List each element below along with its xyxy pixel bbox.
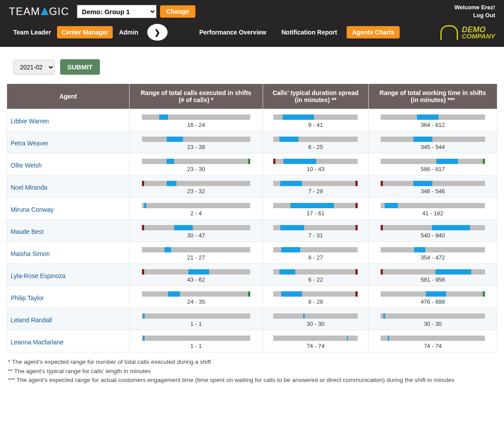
agent-duration-range: 7 - 31	[263, 220, 368, 242]
brand-text-left: TEAM	[9, 5, 40, 18]
range-bar	[381, 291, 485, 297]
footnotes: * The agent's expected range for number …	[0, 352, 504, 398]
change-button[interactable]: Change	[160, 5, 195, 18]
agent-worktime-range: 74 - 74	[368, 330, 497, 352]
range-bar	[142, 137, 250, 142]
range-bar	[381, 247, 485, 252]
agent-worktime-range: 30 - 30	[368, 308, 497, 330]
table-row: Maude Best30 - 477 - 31540 - 940	[7, 220, 497, 242]
range-label: 7 - 29	[267, 188, 365, 195]
range-bar	[142, 203, 250, 208]
range-bar	[142, 181, 250, 186]
th-calls: Range of total calls executed in shifts(…	[130, 84, 263, 109]
range-bar	[273, 247, 358, 252]
agent-calls-range: 16 - 24	[130, 109, 263, 131]
agent-calls-range: 23 - 32	[130, 176, 263, 198]
range-label: 476 - 688	[372, 298, 493, 305]
range-bar	[142, 313, 250, 319]
range-label: 8 - 27	[267, 254, 365, 261]
range-label: 43 - 62	[133, 276, 259, 283]
agent-calls-range: 24 - 35	[130, 286, 263, 308]
range-bar	[381, 114, 485, 120]
range-label: 30 - 47	[133, 232, 259, 239]
agent-duration-range: 8 - 27	[263, 242, 368, 264]
range-bar	[381, 269, 485, 275]
agent-duration-range: 8 - 29	[263, 286, 368, 308]
table-row: Libbie Warren16 - 249 - 41384 - 612	[7, 109, 497, 131]
range-label: 581 - 958	[372, 276, 493, 283]
chevron-right-icon[interactable]: ❯	[147, 24, 168, 41]
range-label: 540 - 940	[372, 232, 493, 239]
range-label: 586 - 817	[372, 166, 493, 172]
range-bar	[273, 291, 358, 297]
range-bar	[273, 137, 358, 142]
agent-worktime-range: 540 - 940	[368, 220, 497, 242]
table-row: Leland Randall1 - 130 - 3030 - 30	[7, 308, 497, 330]
brand-text-right: GIC	[49, 5, 69, 18]
agent-calls-range: 23 - 30	[130, 153, 263, 176]
role-tab-admin[interactable]: Admin	[115, 26, 143, 38]
view-tab-agents-charts[interactable]: Agents Charts	[347, 26, 400, 38]
range-label: 30 - 30	[372, 321, 493, 327]
logout-link[interactable]: Log Out	[454, 11, 495, 19]
range-label: 2 - 4	[133, 210, 259, 217]
view-tabs: Performance OverviewNotification ReportA…	[194, 26, 400, 38]
agent-calls-range: 1 - 1	[130, 308, 263, 330]
footnote-line: ** The agent's typical range for calls' …	[8, 367, 496, 376]
welcome-user-link[interactable]: Welcome Erez!	[454, 4, 495, 11]
agent-worktime-range: 345 - 544	[368, 131, 497, 153]
agent-name: Maisha Simon	[7, 242, 130, 264]
table-row: Lyla-Rose Espinoza43 - 626 - 22581 - 958	[7, 264, 497, 286]
submit-button[interactable]: SUBMIT	[60, 59, 100, 75]
agent-worktime-range: 384 - 612	[368, 109, 497, 131]
filter-bar: 2021-02 SUBMIT	[0, 47, 504, 84]
range-label: 346 - 546	[372, 188, 493, 195]
range-bar	[142, 114, 250, 120]
brand-triangle-icon	[41, 7, 49, 15]
range-label: 74 - 74	[267, 343, 365, 349]
range-label: 6 - 22	[267, 276, 365, 283]
agent-worktime-range: 354 - 472	[368, 242, 497, 264]
range-bar	[142, 269, 250, 275]
range-bar	[273, 336, 358, 341]
agent-calls-range: 21 - 27	[130, 242, 263, 264]
range-bar	[273, 159, 358, 164]
agent-name: Ollie Welsh	[7, 153, 130, 176]
range-label: 30 - 30	[267, 321, 365, 327]
table-row: Philip Taylor24 - 358 - 29476 - 688	[7, 286, 497, 308]
range-label: 7 - 31	[267, 232, 365, 239]
footnote-line: * The agent's expected range for number …	[8, 358, 496, 366]
range-bar	[381, 313, 485, 319]
table-row: Miruna Conway2 - 417 - 6141 - 182	[7, 198, 497, 220]
agent-worktime-range: 41 - 182	[368, 198, 497, 220]
footnote-line: *** The agent's expected range for actua…	[8, 376, 496, 385]
range-bar	[273, 225, 358, 230]
role-tab-center-manager[interactable]: Center Manager	[57, 26, 113, 38]
range-bar	[142, 336, 250, 341]
range-label: 6 - 25	[267, 144, 365, 150]
range-bar	[273, 269, 358, 275]
agent-calls-range: 23 - 38	[130, 131, 263, 153]
range-label: 9 - 41	[267, 122, 365, 128]
view-tab-performance-overview[interactable]: Performance Overview	[194, 26, 272, 38]
range-bar	[381, 225, 485, 230]
agent-duration-range: 10 - 43	[263, 153, 368, 176]
role-tab-team-leader[interactable]: Team Leader	[9, 26, 55, 38]
header-user-area: Welcome Erez! Log Out	[454, 4, 495, 19]
group-select[interactable]: Demo: Group 1	[77, 5, 157, 18]
table-row: Leanna Macfarlane1 - 174 - 7474 - 74	[7, 330, 497, 352]
table-row: Ollie Welsh23 - 3010 - 43586 - 817	[7, 153, 497, 176]
range-label: 17 - 61	[267, 210, 365, 217]
range-bar	[142, 159, 250, 164]
period-select[interactable]: 2021-02	[13, 60, 55, 75]
view-tab-notification-report[interactable]: Notification Report	[276, 26, 342, 38]
headset-icon	[440, 25, 458, 40]
range-bar	[381, 336, 485, 341]
agent-duration-range: 30 - 30	[263, 308, 368, 330]
range-bar	[273, 181, 358, 186]
agent-worktime-range: 581 - 958	[368, 264, 497, 286]
agent-calls-range: 1 - 1	[130, 330, 263, 352]
agent-calls-range: 30 - 47	[130, 220, 263, 242]
range-bar	[381, 159, 485, 164]
role-tabs: Team LeaderCenter ManagerAdmin❯	[9, 24, 168, 41]
